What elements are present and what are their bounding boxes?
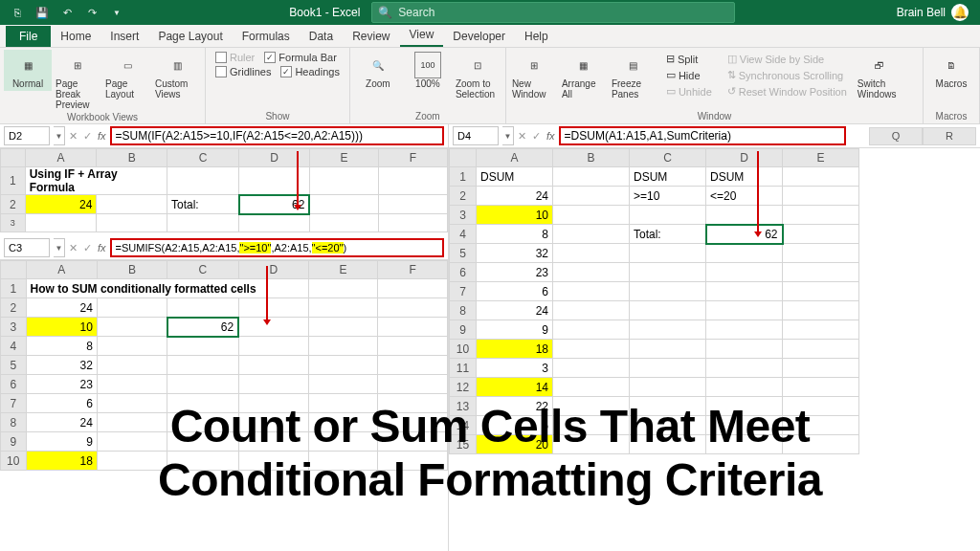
namebox-dropdown-icon-3[interactable]: ▼ bbox=[502, 126, 514, 145]
left-top-name-box[interactable]: D2 bbox=[4, 126, 50, 145]
custom-views-icon: ▥ bbox=[164, 52, 190, 78]
cancel-icon[interactable]: ✕ bbox=[69, 130, 78, 143]
zoom-selection-label: Zoom to Selection bbox=[456, 78, 500, 99]
user-avatar-icon[interactable]: 🔔 bbox=[951, 4, 969, 21]
zoom-selection-icon: ⊡ bbox=[464, 52, 491, 78]
r-d4-selected[interactable]: 62 bbox=[706, 225, 783, 244]
mid-a3[interactable]: 10 bbox=[26, 318, 97, 337]
page-break-label: Page Break Preview bbox=[56, 78, 100, 110]
mid-a6[interactable]: 23 bbox=[26, 375, 97, 394]
tab-help[interactable]: Help bbox=[515, 26, 558, 47]
mid-a5[interactable]: 32 bbox=[26, 356, 97, 375]
r-a7[interactable]: 6 bbox=[477, 282, 553, 301]
cell-c2[interactable]: Total: bbox=[167, 195, 239, 214]
col-r[interactable]: R bbox=[923, 127, 976, 145]
left-mid-formula[interactable]: =SUMIFS(A2:A15,A2:A15,">=10",A2:A15,"<=2… bbox=[110, 238, 444, 257]
r-a2[interactable]: 24 bbox=[477, 187, 553, 206]
left-mid-formula-bar: C3 ▼ ✕✓fx =SUMIFS(A2:A15,A2:A15,">=10",A… bbox=[0, 236, 448, 260]
left-top-formula[interactable]: =SUM(IF(A2:A15>=10,IF(A2:A15<=20,A2:A15)… bbox=[110, 126, 444, 145]
search-placeholder: Search bbox=[398, 6, 434, 19]
r-a8[interactable]: 24 bbox=[477, 301, 553, 320]
search-icon: 🔍 bbox=[378, 6, 392, 19]
title-bar: ⎘ 💾 ↶ ↷ ▼ Book1 - Excel 🔍 Search Brain B… bbox=[0, 0, 980, 25]
page-break-button[interactable]: ⊞Page Break Preview bbox=[54, 50, 101, 112]
qat-dropdown-icon[interactable]: ▼ bbox=[105, 2, 128, 23]
redo-icon[interactable]: ↷ bbox=[80, 2, 103, 23]
r-d2[interactable]: <=20 bbox=[706, 187, 783, 206]
left-top-grid[interactable]: ABCDEF 1Using IF + Array Formula 224Tota… bbox=[0, 148, 448, 232]
tab-review[interactable]: Review bbox=[343, 26, 399, 47]
r-a6[interactable]: 23 bbox=[477, 263, 553, 282]
r-c1[interactable]: DSUM bbox=[630, 167, 706, 187]
page-break-icon: ⊞ bbox=[64, 52, 91, 78]
show-label: Show bbox=[210, 111, 345, 123]
mid-a2[interactable]: 24 bbox=[26, 298, 97, 318]
fx-icon-3[interactable]: fx bbox=[546, 130, 555, 142]
col-q[interactable]: Q bbox=[869, 127, 923, 145]
confirm-icon-3[interactable]: ✓ bbox=[532, 130, 541, 143]
hundred-button[interactable]: 100100% bbox=[404, 50, 452, 91]
tab-file[interactable]: File bbox=[6, 26, 51, 47]
zoom-button[interactable]: 🔍Zoom bbox=[354, 50, 402, 91]
tab-developer[interactable]: Developer bbox=[443, 26, 515, 47]
group-show: Ruler ✓Formula Bar Gridlines ✓Headings S… bbox=[206, 48, 350, 123]
arrange-all-button[interactable]: ▦Arrange All bbox=[560, 50, 608, 101]
confirm-icon-2[interactable]: ✓ bbox=[83, 242, 92, 254]
fx-icon-2[interactable]: fx bbox=[98, 242, 106, 253]
tab-insert[interactable]: Insert bbox=[100, 26, 148, 47]
r-a4[interactable]: 8 bbox=[477, 225, 553, 244]
custom-views-button[interactable]: ▥Custom Views bbox=[153, 50, 201, 101]
r-a10[interactable]: 18 bbox=[477, 340, 553, 359]
red-arrow-2 bbox=[266, 266, 268, 323]
cell-a2[interactable]: 24 bbox=[25, 195, 97, 214]
normal-view-button[interactable]: ▦Normal bbox=[4, 50, 52, 91]
tab-view[interactable]: View bbox=[400, 24, 444, 47]
macros-button[interactable]: 🗎Macros bbox=[927, 50, 975, 91]
hide-button[interactable]: ▭ Hide bbox=[663, 68, 715, 82]
page-layout-button[interactable]: ▭Page Layout bbox=[103, 50, 151, 101]
headings-checkbox[interactable]: ✓Headings bbox=[280, 66, 339, 77]
tab-page-layout[interactable]: Page Layout bbox=[148, 26, 232, 47]
tab-formulas[interactable]: Formulas bbox=[233, 26, 300, 47]
cancel-icon-2[interactable]: ✕ bbox=[69, 242, 78, 254]
r-a3[interactable]: 10 bbox=[477, 206, 553, 225]
r-a9[interactable]: 9 bbox=[477, 320, 553, 340]
freeze-panes-button[interactable]: ▤Freeze Panes bbox=[610, 50, 657, 101]
freeze-panes-label: Freeze Panes bbox=[612, 78, 656, 99]
namebox-dropdown-icon-2[interactable]: ▼ bbox=[54, 238, 65, 257]
r-c4[interactable]: Total: bbox=[630, 225, 706, 244]
gridlines-checkbox[interactable]: Gridlines bbox=[215, 66, 271, 77]
r-a1[interactable]: DSUM bbox=[477, 167, 553, 187]
tab-home[interactable]: Home bbox=[51, 26, 100, 47]
mid-c3-selected[interactable]: 62 bbox=[167, 318, 239, 337]
cancel-icon-3[interactable]: ✕ bbox=[518, 130, 526, 143]
r-a12[interactable]: 14 bbox=[477, 378, 553, 397]
tab-data[interactable]: Data bbox=[300, 26, 343, 47]
workbook-title: Book1 - Excel bbox=[289, 6, 360, 19]
split-button[interactable]: ⊟ Split bbox=[663, 52, 715, 66]
r-a5[interactable]: 32 bbox=[477, 244, 553, 263]
switch-windows-button[interactable]: 🗗Switch Windows bbox=[856, 50, 903, 101]
autosave-icon[interactable]: ⎘ bbox=[6, 2, 29, 23]
overlay-line-2: Conditional Formatting Criteria bbox=[0, 453, 980, 506]
red-arrow-1 bbox=[297, 151, 299, 209]
right-name-box[interactable]: D4 bbox=[453, 126, 499, 145]
left-mid-name-box[interactable]: C3 bbox=[4, 238, 50, 257]
mid-a4[interactable]: 8 bbox=[26, 337, 97, 356]
save-icon[interactable]: 💾 bbox=[31, 2, 54, 23]
left-top-title[interactable]: Using IF + Array Formula bbox=[25, 167, 167, 195]
r-a11[interactable]: 3 bbox=[477, 359, 553, 378]
r-c2[interactable]: >=10 bbox=[630, 187, 706, 206]
confirm-icon[interactable]: ✓ bbox=[83, 130, 92, 143]
new-window-button[interactable]: ⊞New Window bbox=[510, 50, 558, 101]
r-d1[interactable]: DSUM bbox=[706, 167, 783, 187]
formula-bar-checkbox[interactable]: ✓Formula Bar bbox=[264, 52, 337, 63]
search-box[interactable]: 🔍 Search bbox=[371, 2, 735, 23]
right-formula[interactable]: =DSUM(A1:A15,A1,SumCriteria) bbox=[559, 126, 846, 145]
namebox-dropdown-icon[interactable]: ▼ bbox=[54, 126, 65, 145]
zoom-selection-button[interactable]: ⊡Zoom to Selection bbox=[454, 50, 501, 101]
fx-icon[interactable]: fx bbox=[98, 130, 106, 142]
user-name[interactable]: Brain Bell bbox=[897, 6, 946, 19]
overlay-line-1: Count or Sum Cells That Meet bbox=[0, 400, 980, 452]
undo-icon[interactable]: ↶ bbox=[56, 2, 78, 23]
